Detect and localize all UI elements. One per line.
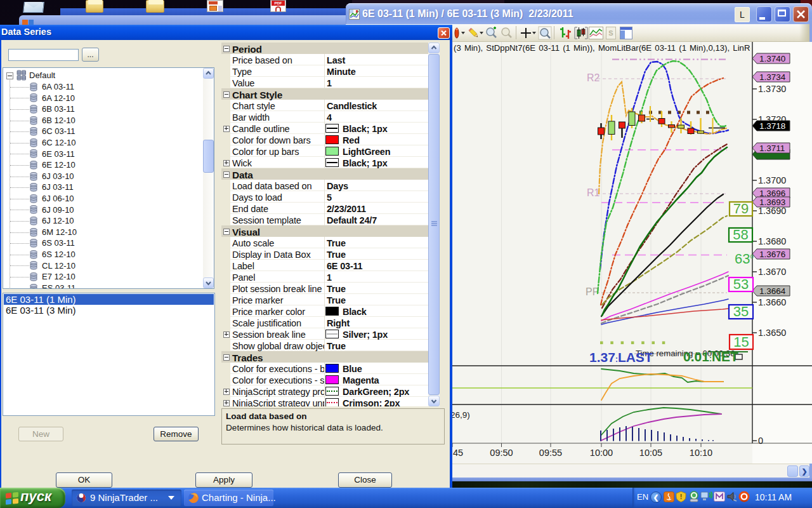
- svg-text:1.3676: 1.3676: [759, 250, 785, 259]
- svg-text:53: 53: [733, 276, 749, 292]
- svg-text:1.3734: 1.3734: [759, 72, 786, 82]
- svg-text:58: 58: [733, 227, 748, 243]
- svg-text:10:05: 10:05: [639, 448, 662, 458]
- svg-text:1.3664: 1.3664: [759, 286, 786, 296]
- svg-text:!: !: [680, 493, 683, 500]
- svg-text:45: 45: [453, 448, 463, 458]
- svg-text:10:00: 10:00: [590, 448, 613, 458]
- svg-text:79: 79: [733, 201, 749, 217]
- svg-text:1.3700: 1.3700: [758, 175, 786, 185]
- svg-text:10:10: 10:10: [690, 448, 712, 458]
- svg-text:1.3696: 1.3696: [759, 189, 785, 198]
- svg-text:1.37:LAST: 1.37:LAST: [589, 350, 653, 364]
- svg-text:1.3660: 1.3660: [758, 297, 786, 307]
- svg-text:09:55: 09:55: [539, 448, 562, 458]
- svg-text:15: 15: [733, 334, 749, 350]
- svg-text:0: 0: [758, 436, 763, 446]
- svg-text:1.3730: 1.3730: [758, 84, 786, 94]
- svg-text:1.3693: 1.3693: [759, 197, 785, 207]
- svg-text:35: 35: [733, 304, 749, 319]
- svg-text:1.3740: 1.3740: [759, 54, 785, 64]
- svg-text:R2: R2: [587, 72, 600, 83]
- svg-text:1.3711: 1.3711: [759, 144, 785, 153]
- svg-text:S: S: [608, 29, 613, 37]
- svg-text:1.3718: 1.3718: [759, 121, 785, 131]
- svg-text:26,9): 26,9): [452, 410, 470, 420]
- svg-text:R1: R1: [587, 187, 600, 198]
- svg-text:1.3650: 1.3650: [758, 328, 786, 338]
- svg-text:09:50: 09:50: [490, 448, 513, 458]
- svg-text:1.3670: 1.3670: [758, 267, 786, 277]
- svg-text:1.3680: 1.3680: [758, 236, 786, 246]
